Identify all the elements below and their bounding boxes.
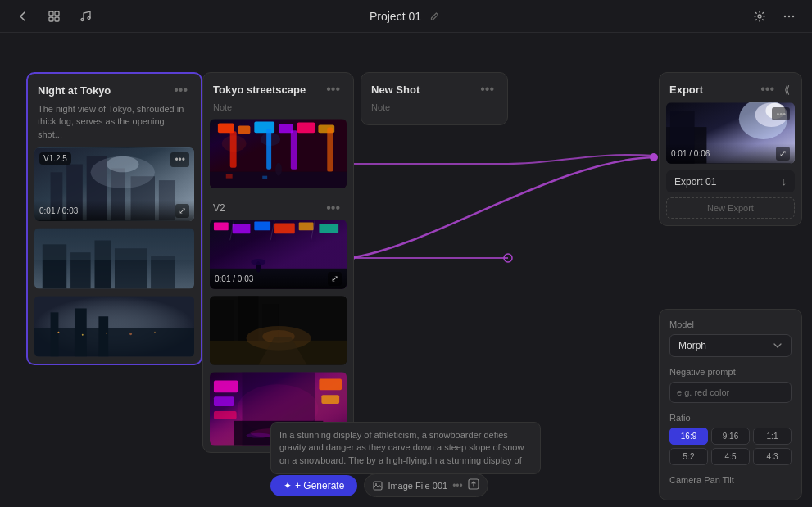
svg-rect-34	[98, 316, 108, 356]
generate-bar: ✦ + Generate Image File 001 •••	[270, 473, 488, 497]
svg-rect-3	[55, 17, 59, 21]
svg-point-36	[82, 334, 84, 336]
back-button[interactable]	[13, 7, 33, 26]
ratio-4-5[interactable]: 4:5	[711, 448, 750, 465]
video-thumb-streetscape-2[interactable]: 0:01 / 0:03 ⤢	[210, 220, 347, 289]
time-badge-2: 0:01 / 0:03	[215, 274, 253, 283]
svg-rect-2	[49, 17, 53, 21]
card-new-shot[interactable]: New Shot ••• Note	[361, 72, 508, 125]
settings-button[interactable]	[750, 7, 769, 26]
svg-point-11	[504, 254, 512, 262]
svg-rect-1	[55, 11, 59, 16]
ratio-grid: 16:9 9:16 1:1 5:2 4:5 4:3	[669, 428, 792, 465]
image-file-action[interactable]	[468, 478, 479, 492]
export-collapse-btn[interactable]: ⟪	[783, 82, 792, 97]
card-more-export[interactable]: •••	[757, 81, 778, 97]
card-title-streetscape: Tokyo streetscape	[213, 84, 306, 96]
svg-point-7	[784, 15, 786, 16]
thumb-more-1[interactable]: •••	[170, 152, 189, 167]
v2-label: V2	[213, 202, 225, 214]
svg-point-55	[275, 163, 282, 176]
export-thumb-more[interactable]: •••	[772, 107, 790, 120]
svg-point-21	[107, 156, 138, 173]
card-desc-tokyo: The night view of Tokyo, shrouded in thi…	[28, 103, 201, 147]
new-export-btn[interactable]: New Export	[666, 197, 795, 219]
expand-btn-1[interactable]: ⤢	[175, 204, 189, 218]
card-more-newshot[interactable]: •••	[477, 81, 497, 97]
card-header-streetscape: Tokyo streetscape •••	[203, 73, 353, 102]
svg-rect-84	[319, 378, 342, 390]
ratio-16-9[interactable]: 16:9	[669, 428, 708, 445]
expand-btn-2[interactable]: ⤢	[328, 272, 342, 286]
image-file-label: Image File 001	[388, 481, 447, 491]
ratio-1-1[interactable]: 1:1	[753, 428, 792, 445]
edit-title-button[interactable]	[426, 8, 442, 25]
export-time: 0:01 / 0:06	[671, 149, 710, 158]
image-file-more[interactable]: •••	[452, 480, 463, 491]
svg-rect-43	[254, 121, 274, 133]
ratio-4-3[interactable]: 4:3	[753, 448, 792, 465]
model-select[interactable]: Morph	[669, 334, 792, 357]
card-note-newshot: Note	[361, 102, 507, 119]
svg-rect-83	[214, 411, 237, 419]
ratio-5-2[interactable]: 5:2	[669, 448, 708, 465]
ratio-section: Ratio 16:9 9:16 1:1 5:2 4:5 4:3	[669, 413, 792, 465]
video-thumb-export[interactable]: ••• 0:01 / 0:06 ⤢	[666, 102, 795, 164]
export-item-01[interactable]: Export 01 ↓	[666, 170, 795, 192]
model-value: Morph	[678, 340, 706, 351]
image-icon	[373, 481, 383, 491]
export-expand-btn[interactable]: ⤢	[776, 147, 790, 161]
svg-rect-62	[274, 223, 295, 233]
card-title-tokyo: Night at Tokyo	[38, 84, 111, 97]
card-night-at-tokyo[interactable]: Night at Tokyo ••• The night view of Tok…	[26, 72, 202, 365]
svg-point-12	[650, 153, 658, 161]
topbar-left	[13, 7, 95, 26]
export-video-overlay: 0:01 / 0:06 ⤢	[666, 143, 795, 164]
video-thumb-tokyo-2[interactable]	[34, 228, 194, 289]
camera-pan-tilt-label: Camera Pan Tilt	[669, 475, 792, 485]
video-thumb-tokyo-3[interactable]	[34, 296, 194, 357]
svg-rect-74	[210, 300, 234, 340]
export-download-btn[interactable]: ↓	[782, 175, 787, 188]
music-button[interactable]	[75, 7, 95, 26]
panel-settings: Model Morph Negative prompt Ratio 16:9 9…	[659, 309, 802, 500]
video-thumb-streetscape-1[interactable]	[210, 119, 347, 188]
svg-rect-81	[214, 380, 238, 392]
upload-icon	[468, 478, 479, 490]
ratio-9-16[interactable]: 9:16	[711, 428, 750, 445]
more-button[interactable]	[779, 7, 799, 26]
svg-rect-60	[233, 224, 251, 233]
new-export-label: New Export	[707, 203, 754, 213]
svg-point-57	[261, 133, 280, 146]
model-icon-button[interactable]	[44, 7, 64, 26]
svg-point-39	[154, 332, 156, 333]
card-title-newshot: New Shot	[371, 84, 420, 96]
card-more-tokyo[interactable]: •••	[170, 82, 191, 98]
svg-point-89	[246, 433, 270, 438]
svg-point-5	[88, 16, 90, 19]
card-tokyo-streetscape[interactable]: Tokyo streetscape ••• Note	[202, 72, 354, 453]
v2-header: V2 •••	[203, 195, 353, 220]
neg-prompt-input[interactable]	[669, 382, 792, 403]
video-thumb-streetscape-3[interactable]	[210, 296, 347, 365]
card-header-tokyo: Night at Tokyo •••	[28, 74, 201, 103]
project-title: Project 01	[370, 10, 421, 23]
time-badge-1: 0:01 / 0:03	[39, 206, 78, 215]
svg-rect-27	[151, 256, 175, 288]
svg-rect-42	[238, 125, 251, 134]
image-file-bar: Image File 001 •••	[364, 473, 488, 497]
generate-button[interactable]: ✦ + Generate	[270, 475, 357, 496]
svg-rect-82	[214, 396, 234, 406]
generate-icon: ✦	[284, 480, 292, 491]
svg-rect-64	[319, 224, 338, 233]
card-more-streetscape[interactable]: •••	[323, 81, 343, 97]
topbar-center: Project 01	[370, 8, 442, 25]
generate-text-content: In a stunning display of athleticism, a …	[279, 430, 524, 465]
video-overlay-1: 0:01 / 0:03 ⤢	[34, 201, 194, 221]
v2-more[interactable]: •••	[323, 200, 343, 216]
video-thumb-tokyo-1[interactable]: V1.2.5 0:01 / 0:03 ⤢ •••	[34, 147, 194, 221]
svg-rect-85	[321, 395, 339, 404]
card-export[interactable]: Export ••• ⟪	[659, 72, 802, 226]
svg-rect-61	[254, 221, 270, 230]
svg-rect-50	[327, 127, 333, 171]
